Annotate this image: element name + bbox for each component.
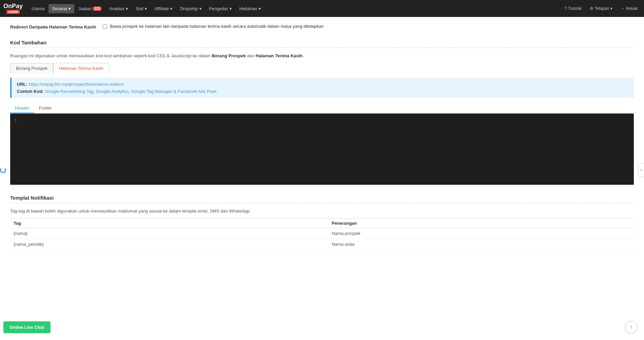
- table-row: {nama} Nama prospek: [10, 228, 634, 239]
- nav-item-utama[interactable]: Utama: [28, 4, 48, 13]
- tab-footer-label: Footer: [39, 105, 52, 111]
- tetapan-label: Tetapan: [595, 6, 609, 11]
- tutorial-label: Tutorial: [568, 6, 582, 11]
- kod-tambahan-title: Kod Tambahan: [10, 40, 634, 45]
- penerangan-cell-2: Nama anda: [328, 239, 634, 250]
- nav-item-affiliate[interactable]: Affiliate ▾: [151, 4, 176, 13]
- nav-label-affiliate: Affiliate: [155, 6, 169, 11]
- code-content-area[interactable]: [24, 118, 630, 181]
- redirect-checkbox[interactable]: [103, 24, 107, 29]
- nav-label-hebahan: Hebahan: [239, 6, 257, 11]
- templat-divider: [10, 203, 634, 203]
- nav-label-pengedar: Pengedar: [209, 6, 228, 11]
- kod-desc-end: .: [303, 53, 304, 58]
- question-icon: ?: [564, 6, 567, 11]
- code-line-numbers: 1: [14, 118, 24, 181]
- info-box: URL: https://onpay.firz.my/prospect/form…: [10, 78, 634, 98]
- nav-label-utama: Utama: [32, 6, 44, 11]
- main-content: Redirect Daripada Halaman Terima Kasih B…: [0, 17, 644, 340]
- redirect-checkbox-label: Bawa prospek ke halaman lain daripada ha…: [110, 24, 324, 29]
- url-row: URL: https://onpay.firz.my/prospect/form…: [17, 82, 628, 87]
- tutorial-link[interactable]: ? Tutorial: [562, 5, 584, 12]
- tab-borang-prospek[interactable]: Borang Prospek: [10, 63, 53, 74]
- arrow-up-icon: ↑: [630, 324, 632, 330]
- kod-tambahan-section: Kod Tambahan Ruangan ini digunakan untuk…: [10, 40, 634, 185]
- line-1: 1: [14, 118, 17, 123]
- navbar: OnPay ADMIN Utama Senarai ▾ Jualan 233 A…: [0, 0, 644, 17]
- admin-badge: ADMIN: [6, 10, 20, 14]
- handle-icon: ≡: [640, 168, 642, 172]
- tab-halaman-terima-kasih[interactable]: Halaman Terima Kasih: [53, 63, 109, 74]
- tag-cell-2: {nama_pemilik}: [10, 239, 328, 250]
- secondary-tabs: Header Footer: [10, 103, 634, 114]
- borang-prospek-bold: Borang Prospek: [212, 53, 246, 58]
- templat-notifikasi-title: Templat Notifikasi: [10, 195, 634, 201]
- chevron-down-icon-tetapan: ▾: [610, 6, 612, 11]
- kod-desc-mid: dan: [246, 53, 256, 58]
- side-handle[interactable]: ≡: [638, 163, 644, 177]
- tab-header[interactable]: Header: [10, 103, 34, 113]
- tag-col-header: Tag: [10, 219, 328, 228]
- kod-desc-start: Ruangan ini digunakan untuk memasukkan k…: [10, 53, 212, 58]
- penerangan-cell-1: Nama prospek: [328, 228, 634, 239]
- nav-label-staf: Staf: [136, 6, 143, 11]
- tab-halaman-terima-kasih-label: Halaman Terima Kasih: [59, 66, 103, 71]
- chevron-down-icon: ▾: [68, 6, 71, 11]
- brand[interactable]: OnPay ADMIN: [3, 3, 23, 14]
- jualan-badge: 233: [93, 6, 102, 11]
- keluar-link[interactable]: → Keluar: [618, 5, 641, 12]
- nav-right: ? Tutorial ⚙ Tetapan ▾ → Keluar: [562, 5, 641, 12]
- chevron-down-icon-staf: ▾: [145, 6, 147, 11]
- chevron-down-icon-hebahan: ▾: [259, 6, 261, 11]
- penerangan-col-header: Penerangan: [328, 219, 634, 228]
- templat-notifikasi-section: Templat Notifikasi Tag-tag di bawah bole…: [10, 195, 634, 250]
- nav-item-analisis[interactable]: Analisis ▾: [106, 4, 132, 13]
- nav-item-hebahan[interactable]: Hebahan ▾: [236, 4, 264, 13]
- nav-item-jualan[interactable]: Jualan 233: [75, 4, 105, 13]
- nav-item-pengedar[interactable]: Pengedar ▾: [206, 4, 235, 13]
- live-chat-button[interactable]: Online Live Chat: [3, 321, 51, 333]
- primary-tabs: Borang Prospek Halaman Terima Kasih: [10, 63, 634, 74]
- chevron-down-icon-pengedar: ▾: [229, 6, 232, 11]
- brand-name: OnPay: [3, 3, 23, 9]
- scroll-top-button[interactable]: ↑: [625, 321, 637, 333]
- contoh-label: Contoh Kod:: [17, 89, 44, 94]
- redirect-section: Redirect Daripada Halaman Terima Kasih B…: [10, 24, 634, 29]
- nav-label-senarai: Senarai: [52, 6, 67, 11]
- tag-table: Tag Penerangan {nama} Nama prospek {nama…: [10, 218, 634, 250]
- nav-label-jualan: Jualan: [78, 6, 91, 11]
- nav-label-analisis: Analisis: [109, 6, 124, 11]
- nav-item-staf[interactable]: Staf ▾: [132, 4, 150, 13]
- redirect-checkbox-row: Bawa prospek ke halaman lain daripada ha…: [103, 24, 324, 29]
- halaman-terima-kasih-bold: Halaman Terima Kasih: [256, 53, 302, 58]
- notif-desc: Tag-tag di bawah boleh digunakan untuk m…: [10, 208, 634, 214]
- tetapan-link[interactable]: ⚙ Tetapan ▾: [587, 5, 616, 12]
- chevron-down-icon-dropship: ▾: [199, 6, 202, 11]
- nav-items: Utama Senarai ▾ Jualan 233 Analisis ▾ St…: [28, 4, 562, 13]
- tab-borang-prospek-label: Borang Prospek: [16, 66, 47, 71]
- chevron-down-icon-analisis: ▾: [126, 6, 128, 11]
- gear-icon: ⚙: [590, 6, 593, 11]
- code-editor: 1: [10, 114, 634, 185]
- logout-icon: →: [621, 6, 625, 11]
- nav-item-dropship[interactable]: Dropship ▾: [177, 4, 205, 13]
- redirect-label: Redirect Daripada Halaman Terima Kasih: [10, 24, 103, 29]
- section-divider: [10, 47, 634, 48]
- nav-label-dropship: Dropship: [180, 6, 198, 11]
- tab-footer[interactable]: Footer: [34, 103, 57, 113]
- table-row: {nama_pemilik} Nama anda: [10, 239, 634, 250]
- tab-header-label: Header: [15, 105, 29, 111]
- contoh-row: Contoh Kod: Google Remarketing Tag, Goog…: [17, 89, 628, 94]
- url-label: URL:: [17, 82, 27, 87]
- contoh-link[interactable]: Google Remarketing Tag, Google Analytics…: [45, 89, 216, 94]
- chevron-down-icon-affiliate: ▾: [170, 6, 173, 11]
- tag-cell-1: {nama}: [10, 228, 328, 239]
- keluar-label: Keluar: [626, 6, 638, 11]
- nav-item-senarai[interactable]: Senarai ▾: [48, 4, 74, 13]
- spinner: [0, 167, 6, 173]
- kod-desc: Ruangan ini digunakan untuk memasukkan k…: [10, 53, 634, 58]
- url-link[interactable]: https://onpay.firz.my/prospect/form/demo…: [29, 82, 124, 87]
